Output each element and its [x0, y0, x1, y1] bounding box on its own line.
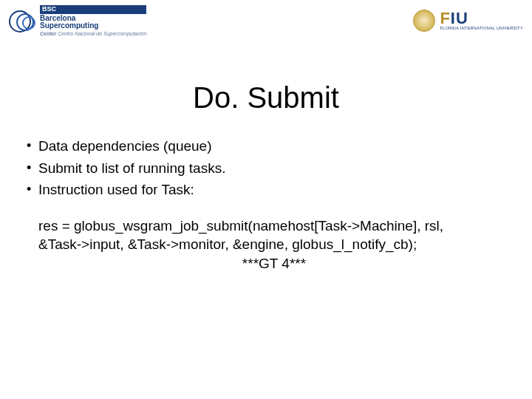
fiu-seal-icon [413, 10, 435, 32]
slide: BSC Barcelona Supercomputing Center Cent… [0, 0, 532, 399]
bsc-subtitle: Center Centro Nacional de Supercomputaci… [40, 31, 146, 36]
code-gt4: ***GT 4*** [38, 255, 510, 273]
bullet-item: Submit to list of running tasks. [22, 159, 510, 178]
bsc-rings-icon [9, 9, 35, 33]
bullet-list: Data dependencies (queue) Submit to list… [22, 137, 510, 200]
code-line-1: res = globus_wsgram_job_submit(namehost[… [38, 217, 510, 236]
bsc-abbr: BSC [40, 5, 146, 13]
slide-title: Do. Submit [0, 81, 532, 115]
fiu-logo: FIU FLORIDA INTERNATIONAL UNIVERSITY [413, 10, 523, 32]
fiu-logo-text: FIU FLORIDA INTERNATIONAL UNIVERSITY [440, 10, 523, 31]
bullet-item: Data dependencies (queue) [22, 137, 510, 156]
slide-content: Data dependencies (queue) Submit to list… [22, 137, 510, 273]
bsc-line-supercomputing: Supercomputing [40, 22, 146, 30]
code-line-2: &Task->input, &Task->monitor, &engine, g… [38, 236, 510, 254]
fiu-abbr: FIU [440, 10, 468, 27]
bsc-logo: BSC Barcelona Supercomputing Center Cent… [9, 5, 146, 36]
code-block: res = globus_wsgram_job_submit(namehost[… [38, 217, 510, 273]
fiu-full-name: FLORIDA INTERNATIONAL UNIVERSITY [440, 27, 523, 31]
header: BSC Barcelona Supercomputing Center Cent… [0, 4, 532, 37]
bsc-logo-text: BSC Barcelona Supercomputing Center Cent… [40, 5, 146, 36]
bullet-item: Instruction used for Task: [22, 180, 510, 200]
